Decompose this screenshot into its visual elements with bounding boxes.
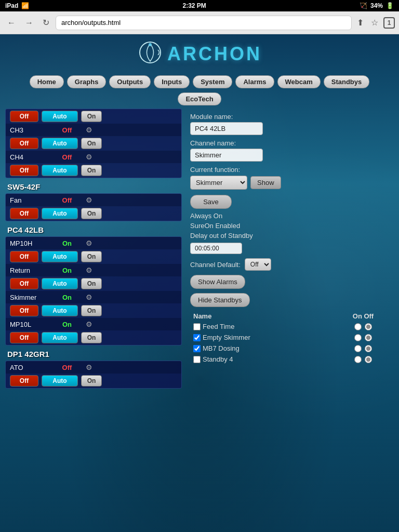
save-button[interactable]: Save: [190, 195, 232, 209]
fan-row: Fan Off ⚙: [6, 194, 181, 206]
mp10h-auto-btn[interactable]: Auto: [42, 251, 78, 262]
empty-skimmer-off-radio[interactable]: [365, 334, 372, 341]
return-gear-icon[interactable]: ⚙: [83, 266, 95, 274]
show-alarms-button[interactable]: Show Alarms: [190, 275, 245, 289]
ch4-gear-icon[interactable]: ⚙: [83, 153, 95, 161]
nav-standbys[interactable]: Standbys: [324, 75, 370, 88]
forward-button[interactable]: →: [22, 16, 36, 30]
ch4-on-btn[interactable]: On: [81, 165, 102, 176]
mp10h-ctrl-row: Off Auto On: [6, 249, 181, 264]
nav-ecotech[interactable]: EcoTech: [178, 92, 221, 105]
channel-default-label: Channel Default:: [190, 261, 241, 269]
ato-off-btn[interactable]: Off: [10, 375, 38, 387]
module-name-label: Module name:: [190, 113, 394, 121]
fan-gear-icon[interactable]: ⚙: [83, 196, 95, 204]
standby4-on-radio[interactable]: [354, 356, 362, 363]
return-on-btn[interactable]: On: [81, 278, 102, 289]
ato-row: ATO Off ⚙: [6, 361, 181, 374]
fan-off-btn[interactable]: Off: [10, 208, 38, 219]
pc4-header: PC4 42LB: [5, 222, 182, 236]
mp10l-ctrl-row: Off Auto On: [6, 330, 181, 345]
nav-home[interactable]: Home: [30, 75, 64, 88]
wifi-icon: 📶: [21, 2, 29, 9]
mp10h-gear-icon[interactable]: ⚙: [83, 239, 95, 247]
mp10l-off-btn[interactable]: Off: [10, 332, 38, 343]
ch3-gear-icon[interactable]: ⚙: [83, 126, 95, 134]
current-function-label: Current function:: [190, 166, 394, 174]
ch4-off-btn[interactable]: Off: [10, 165, 38, 176]
ato-auto-btn[interactable]: Auto: [42, 375, 78, 387]
top-on-btn[interactable]: On: [81, 111, 102, 122]
ch3-on-btn[interactable]: On: [81, 138, 102, 149]
right-panel: Module name: Channel name: Current funct…: [182, 109, 394, 390]
channel-name-input[interactable]: [190, 149, 263, 162]
bookmark-button[interactable]: ☆: [369, 16, 380, 30]
mp10l-gear-icon[interactable]: ⚙: [83, 320, 95, 328]
fan-on-btn[interactable]: On: [81, 208, 102, 219]
pc4-group: MP10H On ⚙ Off Auto On Return On ⚙ Off: [5, 236, 182, 345]
return-status: On: [51, 267, 83, 274]
reload-button[interactable]: ↻: [39, 16, 52, 30]
ch3-ctrl-row: Off Auto On: [6, 136, 181, 151]
module-name-input[interactable]: [190, 122, 263, 135]
mb7-dosing-on-radio[interactable]: [354, 345, 362, 352]
fan-auto-btn[interactable]: Auto: [42, 208, 78, 219]
skimmer-gear-icon[interactable]: ⚙: [83, 293, 95, 301]
empty-skimmer-checkbox[interactable]: [193, 334, 201, 341]
channel-default-row: Channel Default: Off On: [190, 258, 394, 271]
show-button[interactable]: Show: [250, 176, 281, 189]
top-ctrl-row: Off Auto On: [6, 109, 181, 124]
feed-time-label: Feed Time: [203, 323, 234, 330]
left-panel: Off Auto On CH3 Off ⚙ Off Auto On CH4 Of…: [5, 109, 182, 390]
ato-status: Off: [51, 364, 83, 371]
mp10l-on-btn[interactable]: On: [81, 332, 102, 343]
ato-label: ATO: [10, 364, 51, 371]
return-ctrl-row: Off Auto On: [6, 276, 181, 291]
channel-default-select[interactable]: Off On: [245, 258, 271, 271]
top-off-btn[interactable]: Off: [10, 111, 38, 122]
delay-input[interactable]: [190, 243, 242, 254]
ch3-off-btn[interactable]: Off: [10, 138, 38, 149]
skimmer-on-btn[interactable]: On: [81, 305, 102, 316]
nav-inputs[interactable]: Inputs: [154, 75, 190, 88]
mp10h-on-btn[interactable]: On: [81, 251, 102, 262]
nav-system[interactable]: System: [193, 75, 232, 88]
skimmer-off-btn[interactable]: Off: [10, 305, 38, 316]
back-button[interactable]: ←: [4, 16, 19, 30]
feed-time-on-radio[interactable]: [354, 323, 362, 330]
return-auto-btn[interactable]: Auto: [42, 278, 78, 289]
mb7-dosing-off-radio[interactable]: [365, 345, 372, 352]
share-button[interactable]: ⬆: [355, 16, 366, 30]
mb7-dosing-label: MB7 Dosing: [203, 344, 240, 352]
empty-skimmer-label: Empty Skimmer: [203, 334, 250, 341]
nav-outputs[interactable]: Outputs: [109, 75, 151, 88]
mp10h-off-btn[interactable]: Off: [10, 251, 38, 262]
url-bar[interactable]: [56, 16, 352, 30]
nav-alarms[interactable]: Alarms: [235, 75, 274, 88]
mb7-dosing-checkbox[interactable]: [193, 345, 201, 352]
top-ctrl-group: Off Auto On CH3 Off ⚙ Off Auto On CH4 Of…: [5, 109, 182, 178]
ch4-row: CH4 Off ⚙: [6, 151, 181, 163]
standby4-checkbox[interactable]: [193, 356, 201, 363]
nav-webcam[interactable]: Webcam: [277, 75, 321, 88]
skimmer-auto-btn[interactable]: Auto: [42, 305, 78, 316]
feed-time-off-radio[interactable]: [365, 323, 372, 330]
ato-gear-icon[interactable]: ⚙: [83, 363, 95, 371]
feed-time-checkbox[interactable]: [193, 323, 201, 330]
svg-point-1: [149, 43, 152, 46]
mp10l-label: MP10L: [10, 321, 51, 328]
mp10l-auto-btn[interactable]: Auto: [42, 332, 78, 343]
empty-skimmer-on-radio[interactable]: [354, 334, 362, 341]
nav-graphs[interactable]: Graphs: [67, 75, 107, 88]
ch4-auto-btn[interactable]: Auto: [42, 165, 78, 176]
return-row: Return On ⚙: [6, 264, 181, 276]
ch3-auto-btn[interactable]: Auto: [42, 138, 78, 149]
hide-standbys-button[interactable]: Hide Standbys: [190, 293, 250, 307]
top-auto-btn[interactable]: Auto: [42, 111, 78, 122]
return-off-btn[interactable]: Off: [10, 278, 38, 289]
ato-on-btn[interactable]: On: [81, 375, 102, 387]
function-select[interactable]: Skimmer: [190, 176, 247, 190]
standby4-off-radio[interactable]: [365, 356, 372, 363]
tab-count[interactable]: 1: [383, 17, 395, 29]
content-area: Off Auto On CH3 Off ⚙ Off Auto On CH4 Of…: [0, 109, 399, 390]
